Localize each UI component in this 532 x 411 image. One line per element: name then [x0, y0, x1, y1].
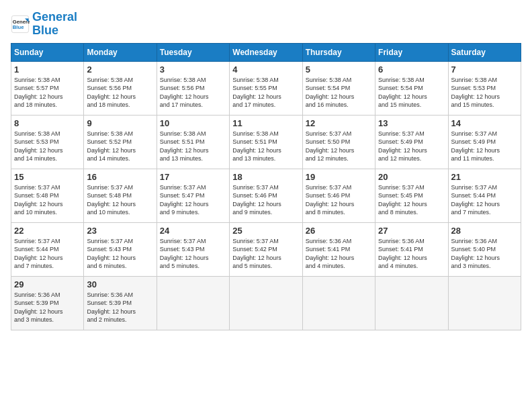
week-row-3: 22Sunrise: 5:37 AM Sunset: 5:44 PM Dayli…: [11, 222, 521, 276]
day-number: 17: [160, 172, 226, 182]
day-number: 5: [306, 64, 372, 75]
day-number: 14: [451, 118, 518, 128]
calendar-cell: [230, 276, 302, 330]
day-number: 22: [14, 226, 81, 236]
day-number: 28: [451, 226, 518, 236]
svg-text:Blue: Blue: [13, 24, 24, 30]
day-number: 11: [232, 118, 299, 128]
calendar-cell: 23Sunrise: 5:37 AM Sunset: 5:43 PM Dayli…: [84, 222, 157, 276]
header-tuesday: Tuesday: [157, 43, 229, 61]
calendar-cell: 25Sunrise: 5:37 AM Sunset: 5:42 PM Dayli…: [230, 222, 302, 276]
day-info: Sunrise: 5:38 AM Sunset: 5:54 PM Dayligh…: [306, 76, 372, 109]
day-info: Sunrise: 5:37 AM Sunset: 5:50 PM Dayligh…: [306, 130, 372, 163]
calendar-cell: 21Sunrise: 5:37 AM Sunset: 5:44 PM Dayli…: [448, 169, 521, 222]
day-number: 23: [87, 226, 153, 236]
day-info: Sunrise: 5:38 AM Sunset: 5:56 PM Dayligh…: [87, 76, 153, 109]
day-info: Sunrise: 5:37 AM Sunset: 5:42 PM Dayligh…: [232, 237, 299, 271]
calendar-cell: 9Sunrise: 5:38 AM Sunset: 5:52 PM Daylig…: [84, 115, 157, 169]
calendar-cell: 19Sunrise: 5:37 AM Sunset: 5:46 PM Dayli…: [302, 169, 375, 222]
day-info: Sunrise: 5:37 AM Sunset: 5:48 PM Dayligh…: [87, 183, 153, 217]
calendar-cell: 22Sunrise: 5:37 AM Sunset: 5:44 PM Dayli…: [11, 222, 84, 276]
calendar-cell: 1Sunrise: 5:38 AM Sunset: 5:57 PM Daylig…: [11, 61, 84, 115]
day-number: 29: [14, 279, 81, 289]
day-info: Sunrise: 5:37 AM Sunset: 5:46 PM Dayligh…: [306, 183, 372, 217]
week-row-4: 29Sunrise: 5:36 AM Sunset: 5:39 PM Dayli…: [11, 276, 521, 330]
logo-text: GeneralBlue: [32, 11, 77, 38]
day-info: Sunrise: 5:37 AM Sunset: 5:46 PM Dayligh…: [232, 183, 299, 217]
day-info: Sunrise: 5:37 AM Sunset: 5:48 PM Dayligh…: [14, 183, 81, 217]
calendar-cell: 26Sunrise: 5:36 AM Sunset: 5:41 PM Dayli…: [302, 222, 375, 276]
calendar-cell: 14Sunrise: 5:37 AM Sunset: 5:49 PM Dayli…: [448, 115, 521, 169]
day-number: 9: [87, 118, 153, 128]
day-info: Sunrise: 5:37 AM Sunset: 5:49 PM Dayligh…: [451, 130, 518, 163]
day-info: Sunrise: 5:36 AM Sunset: 5:39 PM Dayligh…: [14, 291, 81, 324]
day-info: Sunrise: 5:37 AM Sunset: 5:47 PM Dayligh…: [160, 183, 226, 217]
calendar-cell: 3Sunrise: 5:38 AM Sunset: 5:56 PM Daylig…: [157, 61, 229, 115]
day-number: 4: [232, 64, 299, 75]
logo-icon: General Blue: [11, 15, 30, 34]
day-info: Sunrise: 5:37 AM Sunset: 5:43 PM Dayligh…: [160, 237, 226, 271]
calendar-cell: [302, 276, 375, 330]
day-number: 30: [87, 279, 153, 289]
calendar-cell: 15Sunrise: 5:37 AM Sunset: 5:48 PM Dayli…: [11, 169, 84, 222]
calendar-cell: 11Sunrise: 5:38 AM Sunset: 5:51 PM Dayli…: [230, 115, 302, 169]
day-number: 1: [14, 64, 81, 75]
day-info: Sunrise: 5:38 AM Sunset: 5:54 PM Dayligh…: [378, 76, 445, 109]
calendar-cell: 30Sunrise: 5:36 AM Sunset: 5:39 PM Dayli…: [84, 276, 157, 330]
day-number: 18: [232, 172, 299, 182]
header-wednesday: Wednesday: [230, 43, 302, 61]
logo: General Blue GeneralBlue: [11, 11, 77, 38]
day-info: Sunrise: 5:37 AM Sunset: 5:45 PM Dayligh…: [378, 183, 445, 217]
header-row: SundayMondayTuesdayWednesdayThursdayFrid…: [11, 43, 521, 61]
day-info: Sunrise: 5:38 AM Sunset: 5:56 PM Dayligh…: [160, 76, 226, 109]
day-info: Sunrise: 5:38 AM Sunset: 5:55 PM Dayligh…: [232, 76, 299, 109]
calendar-cell: 20Sunrise: 5:37 AM Sunset: 5:45 PM Dayli…: [375, 169, 448, 222]
calendar-cell: 12Sunrise: 5:37 AM Sunset: 5:50 PM Dayli…: [302, 115, 375, 169]
day-info: Sunrise: 5:37 AM Sunset: 5:49 PM Dayligh…: [378, 130, 445, 163]
calendar-cell: 24Sunrise: 5:37 AM Sunset: 5:43 PM Dayli…: [157, 222, 229, 276]
day-number: 3: [160, 64, 226, 75]
header-friday: Friday: [375, 43, 448, 61]
calendar-cell: [375, 276, 448, 330]
calendar-cell: 18Sunrise: 5:37 AM Sunset: 5:46 PM Dayli…: [230, 169, 302, 222]
calendar-cell: 13Sunrise: 5:37 AM Sunset: 5:49 PM Dayli…: [375, 115, 448, 169]
day-number: 24: [160, 226, 226, 236]
calendar-cell: 17Sunrise: 5:37 AM Sunset: 5:47 PM Dayli…: [157, 169, 229, 222]
day-info: Sunrise: 5:38 AM Sunset: 5:53 PM Dayligh…: [451, 76, 518, 109]
day-info: Sunrise: 5:38 AM Sunset: 5:51 PM Dayligh…: [232, 130, 299, 163]
calendar-body: 1Sunrise: 5:38 AM Sunset: 5:57 PM Daylig…: [11, 61, 521, 330]
day-info: Sunrise: 5:37 AM Sunset: 5:44 PM Dayligh…: [451, 183, 518, 217]
day-info: Sunrise: 5:36 AM Sunset: 5:41 PM Dayligh…: [378, 237, 445, 271]
day-number: 21: [451, 172, 518, 182]
header-sunday: Sunday: [11, 43, 84, 61]
day-number: 26: [306, 226, 372, 236]
day-number: 12: [306, 118, 372, 128]
day-number: 20: [378, 172, 445, 182]
week-row-1: 8Sunrise: 5:38 AM Sunset: 5:53 PM Daylig…: [11, 115, 521, 169]
calendar-cell: 5Sunrise: 5:38 AM Sunset: 5:54 PM Daylig…: [302, 61, 375, 115]
day-number: 13: [378, 118, 445, 128]
calendar-table: SundayMondayTuesdayWednesdayThursdayFrid…: [11, 43, 521, 330]
day-number: 2: [87, 64, 153, 75]
day-number: 10: [160, 118, 226, 128]
day-info: Sunrise: 5:37 AM Sunset: 5:43 PM Dayligh…: [87, 237, 153, 271]
day-number: 19: [306, 172, 372, 182]
calendar-cell: 28Sunrise: 5:36 AM Sunset: 5:40 PM Dayli…: [448, 222, 521, 276]
calendar-cell: 2Sunrise: 5:38 AM Sunset: 5:56 PM Daylig…: [84, 61, 157, 115]
calendar-cell: [448, 276, 521, 330]
page-header: General Blue GeneralBlue: [11, 11, 521, 38]
day-number: 8: [14, 118, 81, 128]
day-number: 16: [87, 172, 153, 182]
day-number: 7: [451, 64, 518, 75]
calendar-cell: 8Sunrise: 5:38 AM Sunset: 5:53 PM Daylig…: [11, 115, 84, 169]
week-row-2: 15Sunrise: 5:37 AM Sunset: 5:48 PM Dayli…: [11, 169, 521, 222]
day-info: Sunrise: 5:38 AM Sunset: 5:53 PM Dayligh…: [14, 130, 81, 163]
calendar-cell: 27Sunrise: 5:36 AM Sunset: 5:41 PM Dayli…: [375, 222, 448, 276]
header-monday: Monday: [84, 43, 157, 61]
calendar-header: SundayMondayTuesdayWednesdayThursdayFrid…: [11, 43, 521, 61]
calendar-cell: 29Sunrise: 5:36 AM Sunset: 5:39 PM Dayli…: [11, 276, 84, 330]
day-number: 27: [378, 226, 445, 236]
day-info: Sunrise: 5:36 AM Sunset: 5:40 PM Dayligh…: [451, 237, 518, 271]
day-info: Sunrise: 5:38 AM Sunset: 5:57 PM Dayligh…: [14, 76, 81, 109]
week-row-0: 1Sunrise: 5:38 AM Sunset: 5:57 PM Daylig…: [11, 61, 521, 115]
